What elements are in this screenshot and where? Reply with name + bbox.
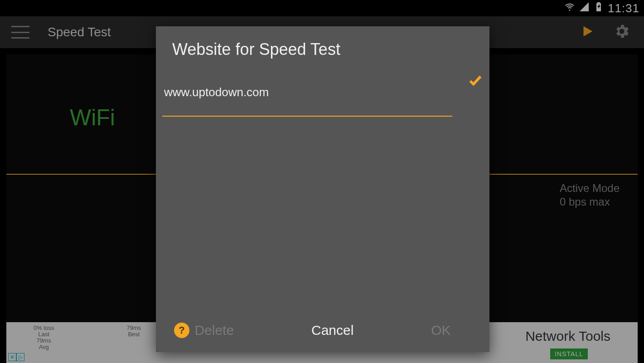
cancel-button[interactable]: Cancel [302, 318, 363, 343]
confirm-check-icon[interactable] [468, 73, 483, 90]
dialog-button-row: ? Delete Cancel OK [156, 309, 489, 352]
ok-button[interactable]: OK [422, 318, 460, 343]
website-dialog: Website for Speed Test ? Delete Cancel O… [156, 26, 489, 352]
help-icon[interactable]: ? [174, 323, 189, 338]
dialog-title: Website for Speed Test [156, 26, 489, 68]
delete-button[interactable]: Delete [185, 318, 243, 343]
website-input[interactable] [162, 82, 452, 117]
